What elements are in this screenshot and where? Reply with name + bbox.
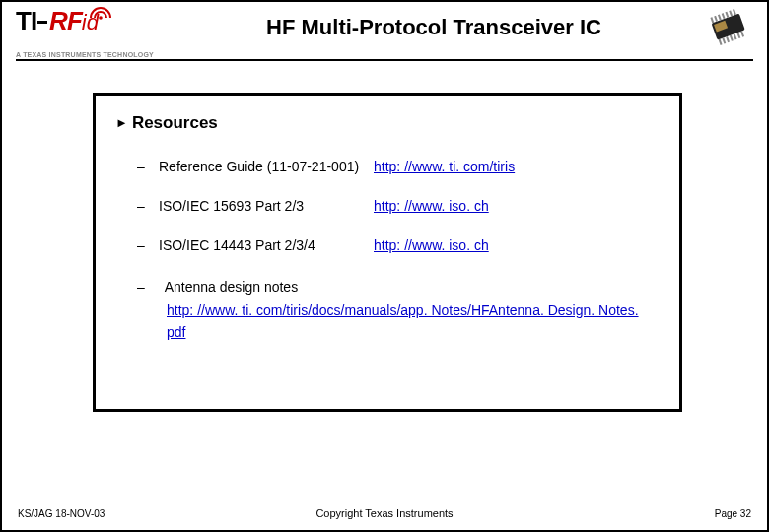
section-title: ►Resources bbox=[115, 113, 660, 134]
list-item: – Reference Guide (11-07-21-001) http: /… bbox=[115, 158, 660, 175]
svg-line-8 bbox=[737, 33, 739, 38]
svg-line-10 bbox=[711, 17, 713, 23]
svg-line-15 bbox=[730, 11, 732, 17]
resource-link[interactable]: http: //www. iso. ch bbox=[374, 197, 489, 215]
svg-line-5 bbox=[727, 36, 729, 42]
logo-image: TIRFid bbox=[16, 8, 134, 53]
svg-line-12 bbox=[719, 15, 721, 21]
svg-line-3 bbox=[720, 39, 722, 45]
svg-line-4 bbox=[723, 38, 725, 44]
resource-list: – Reference Guide (11-07-21-001) http: /… bbox=[115, 158, 660, 343]
slide-page: TIRFid A TEXAS INSTRUMENTS TECHNOLOGY HF… bbox=[0, 0, 769, 532]
footer: KS/JAG 18-NOV-03 Copyright Texas Instrum… bbox=[2, 502, 767, 520]
section-title-text: Resources bbox=[132, 113, 218, 132]
resource-link[interactable]: http: //www. iso. ch bbox=[374, 236, 489, 254]
chip-icon bbox=[702, 5, 755, 50]
svg-line-11 bbox=[715, 16, 717, 22]
bullet-dash-icon: – bbox=[137, 279, 145, 295]
bullet-dash-icon: – bbox=[137, 158, 151, 175]
svg-line-6 bbox=[731, 35, 733, 41]
resource-link[interactable]: http: //www. ti. com/tiris bbox=[374, 158, 515, 175]
svg-line-9 bbox=[741, 32, 743, 37]
logo-dash bbox=[37, 21, 47, 24]
list-item: – ISO/IEC 15693 Part 2/3 http: //www. is… bbox=[115, 197, 660, 215]
resource-label: Reference Guide (11-07-21-001) bbox=[159, 158, 374, 175]
header: TIRFid A TEXAS INSTRUMENTS TECHNOLOGY HF… bbox=[2, 2, 767, 59]
logo-rf-text: RF bbox=[49, 6, 82, 35]
header-rule bbox=[16, 59, 753, 61]
logo-signal-icon bbox=[89, 6, 116, 20]
list-item: – Antenna design notes http: //www. ti. … bbox=[137, 276, 660, 343]
svg-line-13 bbox=[723, 13, 725, 19]
page-title: HF Multi-Protocol Transceiver IC bbox=[179, 16, 688, 39]
resource-label: ISO/IEC 14443 Part 2/3/4 bbox=[159, 236, 374, 254]
footer-center: Copyright Texas Instruments bbox=[2, 507, 767, 520]
svg-line-16 bbox=[734, 9, 735, 15]
content-box: ►Resources – Reference Guide (11-07-21-0… bbox=[93, 93, 682, 412]
resource-link[interactable]: http: //www. ti. com/tiris/docs/manuals/… bbox=[167, 299, 660, 343]
svg-point-0 bbox=[99, 16, 103, 20]
resource-label: ISO/IEC 15693 Part 2/3 bbox=[159, 197, 374, 215]
bullet-dash-icon: – bbox=[137, 197, 151, 215]
svg-line-7 bbox=[734, 33, 736, 39]
list-item: – ISO/IEC 14443 Part 2/3/4 http: //www. … bbox=[115, 236, 660, 254]
svg-line-14 bbox=[726, 12, 728, 18]
triangle-marker-icon: ► bbox=[115, 113, 128, 133]
logo-ti-text: TI bbox=[16, 6, 36, 35]
ti-rfid-logo: TIRFid A TEXAS INSTRUMENTS TECHNOLOGY bbox=[16, 8, 154, 58]
footer-right: Page 32 bbox=[715, 508, 751, 520]
resource-label: Antenna design notes bbox=[165, 279, 298, 295]
bullet-dash-icon: – bbox=[137, 236, 151, 254]
